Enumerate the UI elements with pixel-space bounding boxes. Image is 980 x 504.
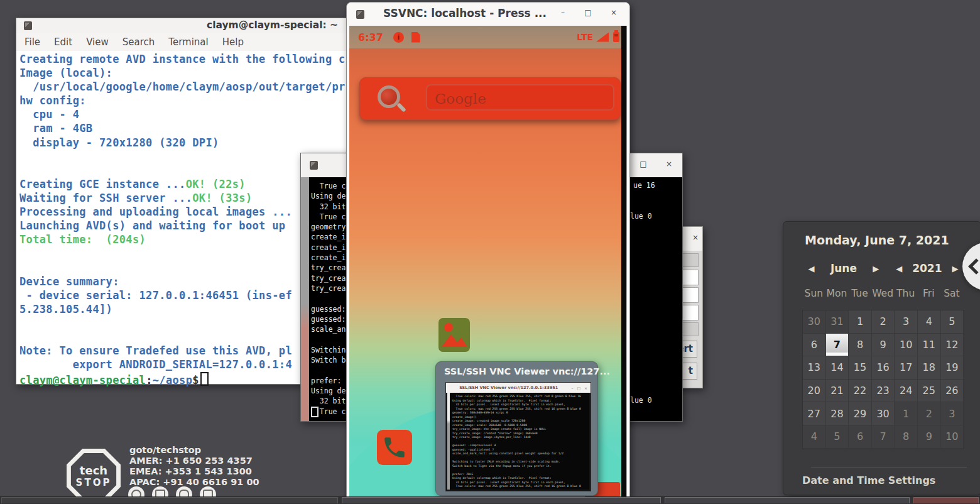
calendar-day[interactable]: 16 bbox=[872, 356, 895, 380]
next-year-icon[interactable]: ▶ bbox=[946, 264, 964, 273]
ssvnc-window-icon bbox=[356, 10, 364, 19]
calendar-day[interactable]: 1 bbox=[895, 402, 918, 425]
menu-search[interactable]: Search bbox=[122, 36, 155, 48]
calendar-day[interactable]: 17 bbox=[895, 356, 918, 380]
calendar-day[interactable]: 6 bbox=[849, 425, 872, 449]
calendar-day[interactable]: 10 bbox=[941, 425, 964, 449]
gallery-app-icon[interactable] bbox=[438, 318, 470, 352]
android-statusbar: 6:37 i LTE bbox=[349, 26, 622, 48]
calendar-day[interactable]: 2 bbox=[918, 402, 941, 425]
year-label: 2021 bbox=[908, 262, 946, 275]
calendar-day[interactable]: 10 bbox=[895, 334, 918, 357]
techstop-logo-text-1: tech bbox=[67, 464, 121, 477]
calendar-day[interactable]: 31 bbox=[826, 310, 849, 334]
calendar-day[interactable]: 2 bbox=[872, 310, 895, 334]
menu-edit[interactable]: Edit bbox=[54, 36, 72, 48]
close-icon[interactable]: × bbox=[608, 8, 619, 17]
calendar-day[interactable]: 14 bbox=[826, 356, 849, 380]
calendar-day[interactable]: 3 bbox=[941, 402, 964, 425]
calendar-day[interactable]: 8 bbox=[849, 334, 872, 357]
search-icon-handle bbox=[396, 102, 406, 112]
xterm-text-fragment: ue 16 bbox=[633, 181, 655, 190]
taskbar-segment[interactable] bbox=[1, 497, 338, 503]
calendar-day[interactable]: 3 bbox=[895, 310, 918, 334]
terminal-line: Image (local): bbox=[19, 67, 351, 80]
sd-card-icon bbox=[411, 32, 420, 43]
calendar-day[interactable]: 26 bbox=[941, 380, 964, 403]
menu-view[interactable]: View bbox=[86, 36, 109, 48]
dow-label: Sun bbox=[802, 286, 825, 301]
google-search-widget[interactable]: Google bbox=[359, 77, 621, 120]
terminal-line: display - 720x1280 (320 DPI) bbox=[19, 136, 351, 150]
calendar-day[interactable]: 12 bbox=[941, 334, 964, 357]
calendar-day[interactable]: 29 bbox=[849, 402, 872, 425]
calendar-day[interactable]: 22 bbox=[849, 380, 872, 403]
prev-year-icon[interactable]: ◀ bbox=[890, 264, 908, 273]
text-cursor bbox=[200, 372, 209, 386]
calendar-day[interactable]: 21 bbox=[826, 380, 849, 403]
calendar-day[interactable]: 15 bbox=[849, 356, 872, 380]
calendar-day[interactable]: 28 bbox=[826, 402, 849, 425]
dow-label: Thu bbox=[894, 286, 917, 301]
calendar-day[interactable]: 7 bbox=[872, 425, 895, 449]
calendar-day[interactable]: 30 bbox=[872, 402, 895, 425]
calendar-day[interactable]: 5 bbox=[826, 425, 849, 449]
preview-mini-title: SSL/SSH VNC Viewer vnc://127.0.0.1:33951 bbox=[446, 385, 571, 390]
taskbar-segment[interactable] bbox=[342, 497, 661, 503]
calendar-header: Monday, June 7, 2021 bbox=[805, 233, 949, 247]
maximize-icon[interactable]: □ bbox=[582, 8, 594, 17]
calendar-day[interactable]: 13 bbox=[803, 356, 826, 380]
ssvnc-window-title: SSVNC: localhost - Press ... bbox=[383, 7, 547, 19]
vnc-scrollbar[interactable] bbox=[621, 26, 626, 499]
calendar-day[interactable]: 27 bbox=[803, 402, 826, 425]
menu-help[interactable]: Help bbox=[222, 36, 244, 48]
preview-terminal-text: True colors: max red 255 green 255 blue … bbox=[452, 395, 581, 489]
xterm-window-icon bbox=[310, 161, 318, 170]
calendar-day[interactable]: 24 bbox=[895, 380, 918, 403]
xterm-text: True co Using def 32 bits True co geomet… bbox=[311, 181, 350, 417]
vnc-viewer-preview[interactable]: SSL/SSH VNC Viewer vnc://127... SSL/SSH … bbox=[435, 361, 598, 496]
maximize-icon[interactable]: □ bbox=[638, 160, 649, 168]
xterm-scrollbar[interactable] bbox=[301, 177, 309, 421]
calendar-day[interactable]: 6 bbox=[803, 334, 826, 357]
terminal-titlebar[interactable]: claym@claym-special: ~ bbox=[16, 18, 351, 33]
calendar-day[interactable]: 19 bbox=[941, 356, 964, 380]
phone-app-icon[interactable] bbox=[377, 430, 412, 465]
calendar-day[interactable]: 5 bbox=[941, 310, 964, 334]
calendar-day[interactable]: 30 bbox=[803, 310, 826, 334]
taskbar-segment[interactable] bbox=[913, 497, 979, 503]
calendar-day[interactable]: 9 bbox=[872, 334, 895, 357]
calendar-day[interactable]: 4 bbox=[918, 310, 941, 334]
calendar-day[interactable]: 9 bbox=[918, 425, 941, 449]
calendar-day[interactable]: 23 bbox=[872, 380, 895, 403]
calendar-day[interactable]: 8 bbox=[895, 425, 918, 449]
calendar-day[interactable]: 25 bbox=[918, 380, 941, 403]
calendar-day[interactable]: 18 bbox=[918, 356, 941, 380]
date-time-settings-link[interactable]: Date and Time Settings bbox=[802, 474, 935, 486]
next-month-icon[interactable]: ▶ bbox=[867, 264, 885, 273]
terminal-window-title: claym@claym-special: ~ bbox=[207, 19, 338, 31]
calendar-day[interactable]: 11 bbox=[918, 334, 941, 357]
calendar-day[interactable]: 20 bbox=[803, 380, 826, 403]
calendar-day[interactable]: 1 bbox=[849, 310, 872, 334]
menu-terminal[interactable]: Terminal bbox=[168, 36, 208, 48]
menu-file[interactable]: File bbox=[24, 36, 40, 48]
close-icon[interactable]: × bbox=[663, 160, 675, 168]
minimize-icon[interactable]: – bbox=[557, 8, 569, 17]
signal-icon bbox=[596, 33, 609, 42]
terminal-window-icon bbox=[24, 21, 32, 30]
techstop-logo-text-2: STOP bbox=[67, 477, 121, 488]
taskbar-segment[interactable] bbox=[665, 497, 910, 503]
calendar-day-today[interactable]: 7 bbox=[826, 334, 849, 357]
calendar-day[interactable]: 4 bbox=[803, 425, 826, 449]
dow-label: Fri bbox=[917, 286, 940, 301]
search-input[interactable]: Google bbox=[426, 84, 614, 111]
close-icon[interactable]: × bbox=[690, 233, 701, 242]
calendar-nav: ◀ June ▶ ◀ 2021 ▶ bbox=[802, 260, 964, 277]
ssvnc-titlebar[interactable]: SSVNC: localhost - Press ... – □ × bbox=[347, 3, 629, 26]
techstop-phone-emea: EMEA: +353 1 543 1300 bbox=[129, 466, 259, 477]
terminal-menubar: File Edit View Search Terminal Help bbox=[16, 33, 351, 52]
prev-month-icon[interactable]: ◀ bbox=[802, 264, 820, 273]
techstop-url: goto/techstop bbox=[129, 445, 259, 456]
calendar-dow-row: Sun Mon Tue Wed Thu Fri Sat bbox=[802, 286, 963, 301]
